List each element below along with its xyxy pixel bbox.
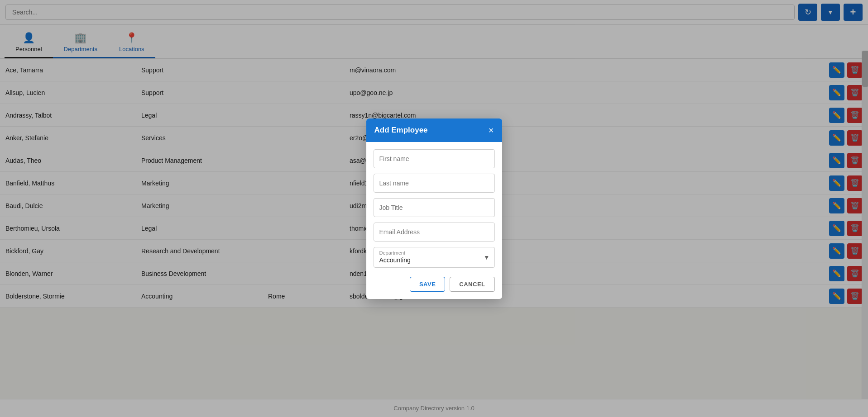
department-label: Department xyxy=(374,247,494,256)
modal-title: Add Employee xyxy=(374,126,428,135)
job-title-input[interactable] xyxy=(374,198,495,217)
email-input[interactable] xyxy=(374,223,495,242)
save-button[interactable]: SAVE xyxy=(410,277,445,292)
add-employee-modal: Add Employee × Department AccountingBusi… xyxy=(366,118,502,299)
department-select[interactable]: AccountingBusiness DevelopmentEngineerin… xyxy=(374,256,494,267)
department-select-wrapper: Department AccountingBusiness Developmen… xyxy=(374,247,495,268)
cancel-button[interactable]: CANCEL xyxy=(450,277,494,292)
modal-header: Add Employee × xyxy=(366,118,502,142)
modal-close-button[interactable]: × xyxy=(489,126,494,135)
modal-overlay[interactable]: Add Employee × Department AccountingBusi… xyxy=(0,0,868,417)
modal-footer: SAVE CANCEL xyxy=(366,272,502,299)
first-name-input[interactable] xyxy=(374,149,495,168)
last-name-input[interactable] xyxy=(374,174,495,193)
modal-body: Department AccountingBusiness Developmen… xyxy=(366,142,502,272)
